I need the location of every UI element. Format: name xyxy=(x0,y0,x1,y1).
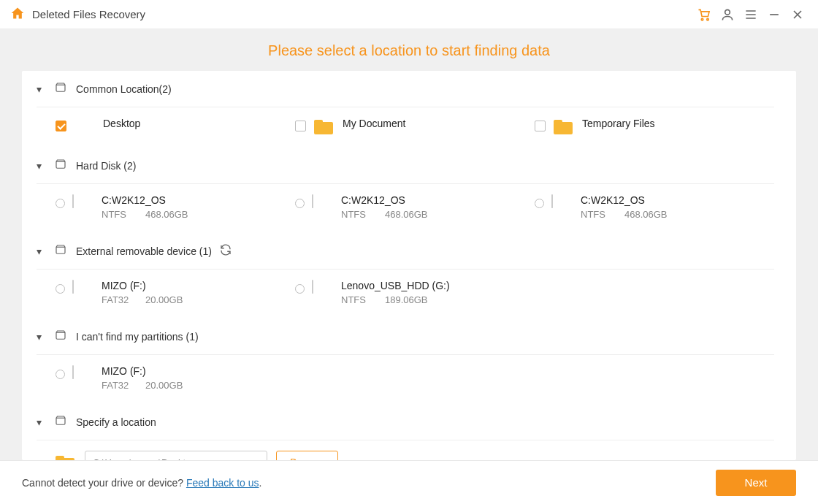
instruction-text: Please select a location to start findin… xyxy=(0,29,818,71)
checkbox-mydocument[interactable] xyxy=(295,121,306,131)
radio-drive[interactable] xyxy=(56,284,65,294)
folder-icon xyxy=(314,118,333,134)
drive-outline-icon xyxy=(54,329,67,344)
drive-icon xyxy=(312,195,332,211)
drive-outline-icon xyxy=(54,158,67,173)
folder-icon xyxy=(554,118,573,134)
drive-name: MIZO (F:) xyxy=(102,365,183,377)
refresh-icon[interactable] xyxy=(219,243,232,259)
svg-point-1 xyxy=(707,18,709,20)
drive-c-2[interactable]: C:W2K12_OS NTFS468.06GB xyxy=(535,194,774,220)
section-common-label: Common Location(2) xyxy=(76,83,172,95)
section-cantfind-header[interactable]: ▾ I can't find my partitions (1) xyxy=(37,318,774,355)
section-common-header[interactable]: ▾ Common Location(2) xyxy=(37,71,774,107)
chevron-down-icon[interactable]: ▾ xyxy=(37,83,47,95)
drive-icon xyxy=(72,280,93,297)
radio-drive[interactable] xyxy=(535,199,544,208)
drive-c-1[interactable]: C:W2K12_OS NTFS468.06GB xyxy=(295,194,535,220)
drive-icon xyxy=(551,195,572,211)
drive-name: Lenovo_USB_HDD (G:) xyxy=(341,280,450,291)
next-button[interactable]: Next xyxy=(716,470,796,496)
drive-name: C:W2K12_OS xyxy=(341,194,428,206)
location-mydocument[interactable]: My Document xyxy=(295,118,535,134)
drive-outline-icon xyxy=(54,81,67,96)
drive-outline-icon xyxy=(54,414,67,429)
location-temporary[interactable]: Temporary Files xyxy=(535,118,774,134)
location-label: My Document xyxy=(343,118,405,129)
location-panel: ▾ Common Location(2) Desktop My Document xyxy=(22,71,796,460)
footer-msg-suffix: . xyxy=(259,477,262,489)
titlebar: Deleted Files Recovery xyxy=(0,0,818,29)
section-external-label: External removable device (1) xyxy=(76,245,212,257)
drive-name: C:W2K12_OS xyxy=(102,194,188,206)
svg-point-0 xyxy=(701,18,703,20)
folder-icon xyxy=(56,454,74,460)
svg-point-2 xyxy=(725,9,730,15)
cart-icon[interactable] xyxy=(694,4,714,25)
drive-name: C:W2K12_OS xyxy=(581,194,668,206)
footer: Cannot detect your drive or device? Feed… xyxy=(0,460,818,504)
chevron-down-icon[interactable]: ▾ xyxy=(37,331,47,343)
drive-name: MIZO (F:) xyxy=(102,280,183,291)
chevron-down-icon[interactable]: ▾ xyxy=(37,416,47,428)
monitor-icon xyxy=(74,118,93,134)
chevron-down-icon[interactable]: ▾ xyxy=(37,245,47,257)
checkbox-desktop[interactable] xyxy=(56,121,66,131)
page-title: Deleted Files Recovery xyxy=(32,8,145,20)
menu-icon[interactable] xyxy=(741,4,761,25)
path-input[interactable] xyxy=(85,451,267,460)
drive-outline-icon xyxy=(54,243,67,259)
home-icon[interactable] xyxy=(10,6,25,23)
checkbox-temporary[interactable] xyxy=(535,121,546,131)
section-specify-label: Specify a location xyxy=(76,416,156,428)
footer-msg-prefix: Cannot detect your drive or device? xyxy=(22,477,186,489)
location-label: Desktop xyxy=(103,118,140,129)
drive-c-0[interactable]: C:W2K12_OS NTFS468.06GB xyxy=(56,194,295,220)
chevron-down-icon[interactable]: ▾ xyxy=(37,160,47,172)
radio-drive[interactable] xyxy=(295,199,305,208)
close-icon[interactable] xyxy=(787,4,808,25)
drive-mizo-f[interactable]: MIZO (F:) FAT3220.00GB xyxy=(56,280,295,305)
section-harddisk-header[interactable]: ▾ Hard Disk (2) xyxy=(37,148,774,184)
drive-icon xyxy=(312,280,332,297)
radio-drive[interactable] xyxy=(56,370,65,379)
drive-lenovo-g[interactable]: Lenovo_USB_HDD (G:) NTFS189.06GB xyxy=(295,280,535,305)
section-harddisk-label: Hard Disk (2) xyxy=(76,160,136,172)
minimize-icon[interactable] xyxy=(764,4,784,25)
location-label: Temporary Files xyxy=(582,118,655,129)
drive-mizo-f-lost[interactable]: MIZO (F:) FAT3220.00GB xyxy=(56,365,295,391)
browse-button[interactable]: Browse xyxy=(276,451,338,460)
user-icon[interactable] xyxy=(717,4,738,25)
drive-icon xyxy=(72,195,93,211)
section-cantfind-label: I can't find my partitions (1) xyxy=(76,331,199,343)
section-specify-header[interactable]: ▾ Specify a location xyxy=(37,404,774,440)
radio-drive[interactable] xyxy=(295,284,305,294)
feedback-link[interactable]: Feed back to us xyxy=(186,477,259,489)
section-external-header[interactable]: ▾ External removable device (1) xyxy=(37,233,774,270)
radio-drive[interactable] xyxy=(56,199,65,208)
drive-icon xyxy=(72,366,93,382)
location-desktop[interactable]: Desktop xyxy=(56,118,295,134)
